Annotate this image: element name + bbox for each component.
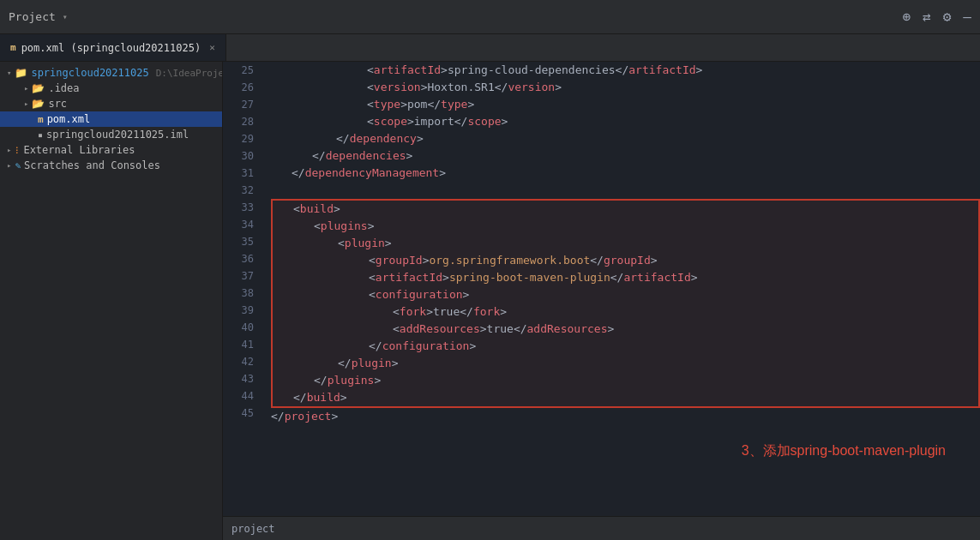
code-line-37: <artifactId>spring-boot-maven-plugin</ar… bbox=[273, 269, 978, 286]
tab-pom-xml[interactable]: m pom.xml (springcloud20211025) ✕ bbox=[0, 34, 226, 61]
chevron-down-icon: ▾ bbox=[63, 12, 68, 21]
project-label: Project bbox=[9, 10, 56, 23]
line-num-34: 34 ◻ bbox=[223, 216, 257, 233]
scratch-icon: ✎ bbox=[15, 160, 21, 171]
line-num-38: 38 ◻ bbox=[223, 285, 257, 302]
tab-bar: m pom.xml (springcloud20211025) ✕ bbox=[0, 34, 980, 62]
line-num-42: 42 ◻ bbox=[223, 353, 257, 370]
sidebar-item-external-libraries[interactable]: ⫶ External Libraries bbox=[0, 142, 222, 158]
sidebar-item-label: .idea bbox=[48, 82, 79, 94]
code-line-36: <groupId>org.springframework.boot</group… bbox=[273, 252, 978, 269]
sidebar-item-idea[interactable]: 📂 .idea bbox=[0, 81, 222, 96]
code-line-44: </build> bbox=[273, 389, 978, 406]
code-line-35: <plugin> bbox=[273, 235, 978, 252]
sidebar-item-label: External Libraries bbox=[23, 144, 135, 156]
code-line-43: </plugins> bbox=[273, 372, 978, 389]
sidebar-item-label: springcloud20211025.iml bbox=[46, 129, 189, 141]
code-line-29: </dependency> bbox=[271, 130, 980, 147]
minimize-icon[interactable]: — bbox=[963, 9, 971, 25]
sidebar-item-label: Scratches and Consoles bbox=[24, 159, 160, 171]
chevron-right-icon bbox=[7, 146, 11, 154]
line-numbers: 25 26 27 28 29 ◻ 30 31 32 33 ◻ 34 bbox=[223, 62, 264, 516]
annotation: 3、添加spring-boot-maven-plugin bbox=[271, 425, 980, 460]
line-num-26: 26 bbox=[223, 79, 257, 96]
status-text: project bbox=[231, 523, 275, 535]
editor-content[interactable]: 25 26 27 28 29 ◻ 30 31 32 33 ◻ 34 bbox=[223, 62, 980, 516]
line-num-45: 45 bbox=[223, 405, 257, 422]
sidebar-item-label: src bbox=[48, 98, 67, 110]
add-icon[interactable]: ⊕ bbox=[902, 9, 911, 25]
line-num-30: 30 bbox=[223, 147, 257, 165]
sync-icon[interactable]: ⇄ bbox=[923, 9, 931, 25]
line-num-25: 25 bbox=[223, 62, 257, 79]
line-num-35: 35 ◻ bbox=[223, 233, 257, 250]
editor-area[interactable]: 25 26 27 28 29 ◻ 30 31 32 33 ◻ 34 bbox=[223, 62, 980, 516]
sidebar-item-iml[interactable]: ▪ springcloud20211025.iml bbox=[0, 127, 222, 142]
code-line-39: <fork>true</fork> bbox=[273, 303, 978, 321]
sidebar-root-path: D:\IdeaProjects\springclou... bbox=[156, 68, 223, 79]
chevron-down-icon bbox=[7, 69, 11, 77]
line-num-40: 40 bbox=[223, 319, 257, 336]
title-bar: Project ▾ ⊕ ⇄ ⚙ — bbox=[0, 0, 980, 34]
line-num-43: 43 ◻ bbox=[223, 370, 257, 387]
code-line-27: <type>pom</type> bbox=[271, 96, 980, 113]
code-line-38: <configuration> bbox=[273, 286, 978, 303]
line-num-31: 31 bbox=[223, 165, 257, 182]
tab-file-icon: m bbox=[10, 42, 16, 53]
main-layout: 📁 springcloud20211025 D:\IdeaProjects\sp… bbox=[0, 62, 980, 540]
code-line-28: <scope>import</scope> bbox=[271, 113, 980, 130]
toolbar-icons: ⊕ ⇄ ⚙ — bbox=[902, 9, 971, 25]
code-lines[interactable]: <artifactId>spring-cloud-dependencies</a… bbox=[264, 62, 980, 516]
sidebar-item-scratches[interactable]: ✎ Scratches and Consoles bbox=[0, 158, 222, 173]
code-line-31: </dependencyManagement> bbox=[271, 165, 980, 182]
code-line-25: <artifactId>spring-cloud-dependencies</a… bbox=[271, 62, 980, 79]
code-line-30: </dependencies> bbox=[271, 147, 980, 165]
library-icon: ⫶ bbox=[15, 144, 20, 156]
line-num-29: 29 ◻ bbox=[223, 130, 257, 147]
editor-wrapper: 25 26 27 28 29 ◻ 30 31 32 33 ◻ 34 bbox=[223, 62, 980, 540]
xml-file-icon: m bbox=[38, 114, 44, 125]
code-line-41: </configuration> bbox=[273, 338, 978, 355]
line-num-36: 36 bbox=[223, 250, 257, 267]
iml-file-icon: ▪ bbox=[38, 130, 43, 140]
code-line-33: <build> bbox=[273, 201, 978, 218]
code-line-42: </plugin> bbox=[273, 355, 978, 372]
line-num-32: 32 bbox=[223, 182, 257, 199]
code-line-45: </project> bbox=[271, 408, 980, 425]
settings-icon[interactable]: ⚙ bbox=[943, 9, 952, 25]
folder-icon: 📂 bbox=[32, 98, 45, 110]
line-num-33: 33 ◻ bbox=[223, 199, 257, 216]
tab-label: pom.xml (springcloud20211025) bbox=[21, 42, 201, 54]
chevron-right-icon bbox=[7, 161, 11, 170]
chevron-right-icon bbox=[24, 84, 28, 93]
sidebar-item-root[interactable]: 📁 springcloud20211025 D:\IdeaProjects\sp… bbox=[0, 65, 222, 81]
code-container: 25 26 27 28 29 ◻ 30 31 32 33 ◻ 34 bbox=[223, 62, 980, 516]
folder-icon: 📁 bbox=[15, 67, 27, 79]
sidebar-item-label: pom.xml bbox=[47, 113, 91, 125]
project-title: Project ▾ bbox=[9, 10, 68, 23]
line-num-39: 39 bbox=[223, 302, 257, 319]
code-line-32 bbox=[271, 182, 980, 199]
folder-icon: 📂 bbox=[32, 82, 45, 94]
tab-close-button[interactable]: ✕ bbox=[209, 42, 215, 53]
chevron-right-icon bbox=[24, 99, 28, 108]
line-num-27: 27 bbox=[223, 96, 257, 113]
sidebar-item-pom-xml[interactable]: m pom.xml bbox=[0, 111, 222, 127]
code-line-34: <plugins> bbox=[273, 218, 978, 235]
line-num-37: 37 bbox=[223, 267, 257, 285]
line-num-41: 41 ◻ bbox=[223, 336, 257, 353]
code-line-40: <addResources>true</addResources> bbox=[273, 321, 978, 338]
line-num-28: 28 bbox=[223, 113, 257, 130]
code-line-26: <version>Hoxton.SR1</version> bbox=[271, 79, 980, 96]
sidebar-root-label: springcloud20211025 bbox=[31, 67, 148, 79]
sidebar: 📁 springcloud20211025 D:\IdeaProjects\sp… bbox=[0, 62, 223, 540]
line-num-44: 44 bbox=[223, 387, 257, 405]
sidebar-item-src[interactable]: 📂 src bbox=[0, 96, 222, 111]
highlighted-block: <build> <plugins> <plugin> bbox=[271, 199, 980, 408]
status-bar: project bbox=[223, 516, 980, 540]
